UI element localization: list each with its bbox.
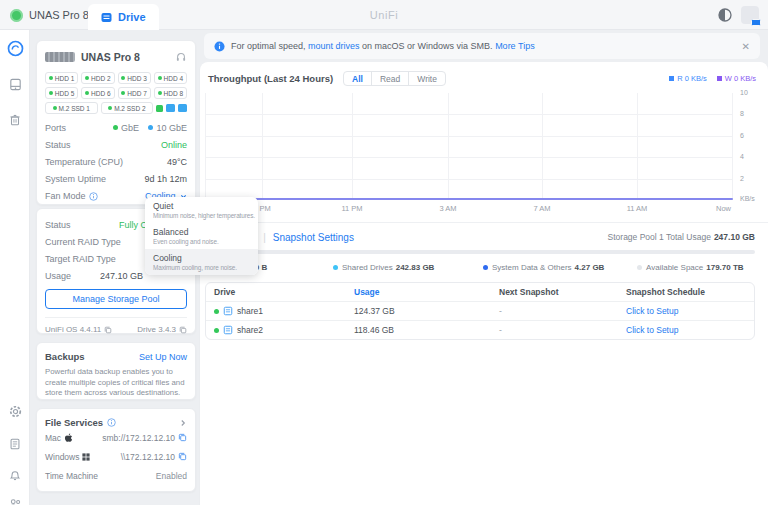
x-tick: 7 AM: [533, 204, 550, 213]
storage-icon[interactable]: [6, 75, 24, 93]
top-bar: UNAS Pro 8 Drive UniFi: [0, 0, 768, 30]
ssd-status-dot: [53, 106, 57, 110]
windows-icon: [82, 453, 90, 461]
gbe-port-indicator-icon: [156, 105, 162, 112]
ports-label: Ports: [45, 123, 66, 133]
hdd-status-dot: [121, 91, 125, 95]
settings-gear-icon[interactable]: [6, 402, 24, 420]
gbe-dot-icon: [113, 125, 118, 130]
pool-total-usage: Storage Pool 1 Total Usage247.10 GB: [608, 232, 755, 242]
hdd-bay-badge: HDD 7: [118, 87, 151, 99]
mount-drives-link[interactable]: mount drives: [308, 41, 360, 51]
os-version: UniFi OS 4.4.11: [45, 325, 101, 334]
share-status-dot: [214, 309, 219, 314]
col-next-snapshot[interactable]: Next Snapshot: [491, 287, 618, 297]
hdd-bay-label: HDD 8: [164, 90, 184, 97]
hdd-status-dot: [158, 91, 162, 95]
hdd-status-dot: [85, 91, 89, 95]
table-row[interactable]: share2 118.46 GB - Click to Setup: [206, 320, 754, 339]
current-raid-label: Current RAID Type: [45, 237, 121, 247]
click-to-setup-link[interactable]: Click to Setup: [618, 325, 754, 335]
share-drive-icon: [223, 306, 233, 316]
x-tick: 11 PM: [341, 204, 362, 213]
section-divider: [200, 222, 768, 223]
backups-setup-link[interactable]: Set Up Now: [139, 352, 187, 362]
info-icon[interactable]: [107, 418, 116, 427]
tab-read[interactable]: Read: [371, 72, 408, 85]
write-legend-swatch: [717, 76, 722, 81]
fan-mode-dropdown: Quiet Minimum noise, higher temperatures…: [145, 197, 258, 275]
uptime-value: 9d 1h 12m: [144, 174, 187, 184]
drive-home-icon[interactable]: [6, 39, 24, 57]
drive-version: Drive 3.4.3: [137, 325, 176, 334]
table-header-row: Drive Usage Next Snapshot Snapshot Sched…: [206, 283, 754, 301]
info-icon[interactable]: [89, 192, 98, 201]
col-drive[interactable]: Drive: [206, 287, 346, 297]
hdd-bay-badge: HDD 3: [118, 72, 151, 84]
copy-icon[interactable]: [178, 433, 187, 442]
storage-usage-bar: [205, 250, 755, 254]
share-usage: 124.37 GB: [346, 306, 491, 316]
hdd-bay-badge: HDD 4: [154, 72, 187, 84]
ssd-badge: M.2 SSD 1: [45, 102, 98, 114]
mac-label: Mac: [45, 433, 61, 443]
notifications-bell-icon[interactable]: [6, 466, 24, 484]
trash-icon[interactable]: [6, 111, 24, 129]
read-legend-swatch: [669, 76, 674, 81]
user-avatar[interactable]: [741, 6, 759, 24]
hdd-status-dot: [158, 76, 162, 80]
temperature-value: 49°C: [167, 157, 187, 167]
copy-icon[interactable]: [104, 326, 112, 334]
tab-drive-label: Drive: [118, 11, 146, 23]
copy-icon[interactable]: [178, 452, 187, 461]
manage-storage-pool-button[interactable]: Manage Storage Pool: [45, 289, 187, 309]
device-name: UNAS Pro 8: [29, 9, 89, 21]
share-next-snapshot: -: [491, 325, 618, 335]
drive-app-icon: [101, 12, 112, 23]
backups-card: Backups Set Up Now Powerful data backup …: [36, 342, 196, 400]
avatar-badge: [751, 19, 761, 26]
theme-toggle-icon[interactable]: [718, 8, 732, 22]
tengbe-dot-icon: [148, 125, 153, 130]
fan-option-cooling[interactable]: Cooling Maximum cooling, more noise.: [145, 249, 258, 275]
logs-clipboard-icon[interactable]: [6, 435, 24, 453]
table-row[interactable]: share1 124.37 GB - Click to Setup: [206, 301, 754, 320]
click-to-setup-link[interactable]: Click to Setup: [618, 306, 754, 316]
share-usage: 118.46 GB: [346, 325, 491, 335]
time-machine-value: Enabled: [156, 471, 187, 481]
ssd-label: M.2 SSD 2: [114, 105, 145, 112]
tab-drive[interactable]: Drive: [88, 4, 159, 30]
usage-value: 247.10 GB: [100, 271, 143, 281]
ssd-status-dot: [108, 106, 112, 110]
users-group-icon[interactable]: [6, 494, 24, 505]
fan-option-balanced[interactable]: Balanced Even cooling and noise.: [145, 223, 258, 249]
fan-option-quiet[interactable]: Quiet Minimum noise, higher temperatures…: [145, 197, 258, 223]
device-status-icon: [10, 9, 23, 22]
y-tick: 8: [740, 110, 764, 117]
headset-icon[interactable]: [175, 51, 187, 63]
tab-all[interactable]: All: [344, 72, 371, 85]
hdd-bay-badge: HDD 2: [81, 72, 114, 84]
copy-icon[interactable]: [179, 326, 187, 334]
hdd-bay-badge: HDD 5: [45, 87, 78, 99]
hdd-bay-badge: HDD 8: [154, 87, 187, 99]
col-snapshot-schedule[interactable]: Snapshot Schedule: [618, 287, 754, 297]
left-rail: [0, 30, 30, 505]
legend-system-data: System Data & Others4.27 GB: [483, 263, 604, 274]
y-axis-unit: KB/s: [740, 195, 764, 202]
hdd-bay-label: HDD 6: [91, 90, 111, 97]
hdd-status-dot: [49, 91, 53, 95]
fan-mode-label: Fan Mode: [45, 191, 86, 201]
banner-close-icon[interactable]: ✕: [742, 41, 750, 52]
more-tips-link[interactable]: More Tips: [495, 41, 535, 51]
x-tick: Now: [716, 204, 731, 213]
chevron-right-icon[interactable]: [179, 419, 187, 427]
smb-tip-banner: For optimal speed, mount drives on macOS…: [204, 33, 760, 59]
snapshot-settings-link[interactable]: Snapshot Settings: [273, 232, 354, 243]
hdd-bay-label: HDD 7: [127, 90, 147, 97]
share-name: share1: [237, 306, 263, 316]
col-usage[interactable]: Usage: [346, 287, 491, 297]
tab-write[interactable]: Write: [408, 72, 445, 85]
hdd-bay-label: HDD 2: [91, 75, 111, 82]
file-services-title: File Services: [45, 417, 103, 428]
